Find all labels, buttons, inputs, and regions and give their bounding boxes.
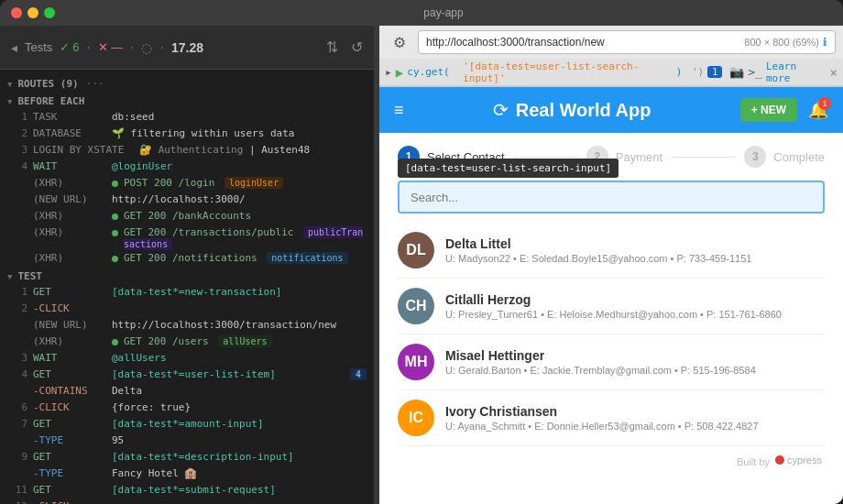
footer-built-by: Built by — [737, 456, 770, 467]
list-item: (XHR) GET 200 /users allUsers — [0, 334, 374, 351]
reload-button[interactable]: ↺ — [351, 38, 363, 56]
selector-tooltip: [data-test=user-list-search-input] — [398, 159, 619, 178]
contact-name: Misael Hettinger — [445, 348, 825, 363]
cmd-bar-close[interactable]: × — [830, 65, 838, 80]
step-line-1 — [514, 157, 577, 158]
window-title: pay-app — [55, 6, 832, 19]
list-item: (XHR) GET 200 /bankAccounts — [0, 209, 374, 225]
viewport-size: 800 × 800 (69%) — [744, 37, 819, 48]
camera-icon[interactable]: 📷 — [729, 65, 744, 79]
right-panel: ⚙ http://localhost:3000/transaction/new … — [379, 26, 843, 504]
contact-details: U: Gerald.Barton • E: Jackie.Tremblay@gm… — [445, 365, 825, 376]
contact-info: Delta Littel U: Madyson22 • E: Soledad.B… — [445, 236, 825, 264]
separator3: · — [159, 39, 163, 56]
logo-text: Real World App — [516, 100, 651, 121]
contact-name: Delta Littel — [445, 236, 825, 251]
list-item[interactable]: DL Delta Littel U: Madyson22 • E: Soleda… — [398, 223, 825, 279]
left-panel: ◂ Tests ✓ 6 · ✕ — · ◌ · 17.28 ⇅ ↺ — [0, 26, 374, 504]
avatar: MH — [398, 344, 434, 380]
maximize-button[interactable] — [44, 7, 55, 18]
terminal-icon[interactable]: >_ — [748, 65, 762, 79]
cmd-bar-badge: 1 — [707, 66, 722, 78]
separator: · — [87, 39, 91, 56]
traffic-lights — [11, 7, 55, 18]
elapsed-time: 17.28 — [171, 40, 203, 55]
contact-name: Ivory Christiansen — [445, 404, 825, 419]
url-bar[interactable]: http://localhost:3000/transaction/new 80… — [418, 30, 836, 54]
pass-number: 6 — [72, 40, 79, 54]
app-logo: ⟳ Real World App — [415, 99, 729, 121]
list-item: 4 GET [data-test*=user-list-item] 4 — [0, 367, 374, 384]
list-item: (NEW URL) http://localhost:3000/transact… — [0, 318, 374, 334]
info-icon[interactable]: ℹ — [823, 36, 827, 49]
avatar: IC — [398, 400, 434, 436]
list-item: 9 GET [data-test*=description-input] — [0, 450, 374, 466]
test-content: ▼ ROUTES (9) ··· ▼ BEFORE EACH 1 TASK db… — [0, 70, 374, 504]
step-line-2 — [672, 157, 735, 158]
test-label: TEST — [17, 270, 42, 282]
cypress-logo: cypress — [773, 454, 828, 469]
list-item: 4 WAIT @loginUser — [0, 159, 374, 176]
logo-icon: ⟳ — [493, 99, 509, 121]
learn-more-link[interactable]: Learn more — [766, 60, 823, 84]
step-3-label: Complete — [773, 150, 825, 164]
list-item[interactable]: CH Citlalli Herzog U: Presley_Turner61 •… — [398, 279, 825, 334]
test-arrow: ▼ — [7, 272, 12, 281]
contact-info: Citlalli Herzog U: Presley_Turner61 • E:… — [445, 292, 825, 320]
close-button[interactable] — [11, 7, 22, 18]
step-2-label: Payment — [616, 150, 662, 164]
list-item: 3 WAIT @allUsers — [0, 351, 374, 367]
search-container: [data-test=user-list-search-input] — [398, 181, 825, 214]
list-item: 3 LOGIN BY XSTATE 🔐 Authenticating | Aus… — [0, 143, 374, 159]
list-item[interactable]: MH Misael Hettinger U: Gerald.Barton • E… — [398, 334, 825, 390]
pass-icon: ✓ — [60, 40, 70, 54]
spinner-icon: ◌ — [141, 40, 152, 55]
cmd-bar-icons: 📷 >_ — [729, 65, 762, 79]
list-item: -TYPE 95 — [0, 433, 374, 450]
contact-details: U: Madyson22 • E: Soledad.Boyle15@yahoo.… — [445, 253, 825, 264]
routes-section-header: ▼ ROUTES (9) ··· — [0, 75, 374, 93]
list-item: -TYPE Fancy Hotel 🏨 — [0, 466, 374, 483]
user-search-input[interactable] — [398, 181, 825, 214]
cmd-bar-selector: cy.get( — [407, 66, 449, 78]
list-item: 2 -CLICK — [0, 301, 374, 318]
contact-details: U: Ayana_Schmitt • E: Donnie.Heller53@gm… — [445, 421, 825, 432]
svg-point-0 — [775, 455, 784, 465]
hamburger-icon[interactable]: ≡ — [394, 101, 404, 120]
list-item: 2 DATABASE 🌱 filtering within users data — [0, 126, 374, 143]
fail-icon: ✕ — [98, 40, 108, 54]
browser-top: ⚙ http://localhost:3000/transaction/new … — [379, 26, 843, 59]
command-bar: ▸ ▶ cy.get( '[data-test=user-list-search… — [379, 59, 843, 86]
main-content: ◂ Tests ✓ 6 · ✕ — · ◌ · 17.28 ⇅ ↺ — [0, 26, 843, 504]
list-item: -CONTAINS Delta — [0, 384, 374, 400]
contact-info: Ivory Christiansen U: Ayana_Schmitt • E:… — [445, 404, 825, 432]
list-item[interactable]: IC Ivory Christiansen U: Ayana_Schmitt •… — [398, 390, 825, 446]
new-transaction-button[interactable]: + NEW — [740, 98, 797, 122]
list-item: 1 GET [data-test*=new-transaction] — [0, 285, 374, 301]
fail-count: ✕ — — [98, 40, 123, 54]
contact-list: DL Delta Littel U: Madyson22 • E: Soleda… — [379, 223, 843, 446]
separator2: · — [130, 39, 134, 56]
titlebar: pay-app — [0, 0, 843, 26]
pass-count: ✓ 6 — [60, 40, 79, 54]
cmd-bar-play[interactable]: ▶ — [396, 65, 403, 80]
before-each-header: ▼ BEFORE EACH — [0, 93, 374, 110]
routes-dots: ··· — [86, 78, 104, 90]
list-item: (XHR) POST 200 /login loginUser — [0, 176, 374, 192]
cmd-bar-expand[interactable]: ▸ — [385, 65, 392, 79]
minimize-button[interactable] — [27, 7, 38, 18]
list-item: (NEW URL) http://localhost:3000/ — [0, 192, 374, 209]
browser-settings-icon[interactable]: ⚙ — [387, 29, 412, 55]
contact-info: Misael Hettinger U: Gerald.Barton • E: J… — [445, 348, 825, 376]
sort-icon[interactable]: ⇅ — [326, 38, 338, 56]
list-item: 6 -CLICK {force: true} — [0, 400, 374, 417]
before-each-label: BEFORE EACH — [17, 95, 84, 107]
back-button[interactable]: ◂ — [11, 40, 17, 55]
notification-badge: 1 — [818, 97, 831, 110]
app-footer: Built by cypress — [379, 446, 843, 477]
url-text: http://localhost:3000/transaction/new — [426, 36, 740, 49]
fail-number: — — [111, 40, 123, 54]
notification-button[interactable]: 🔔 1 — [808, 100, 828, 120]
contact-name: Citlalli Herzog — [445, 292, 825, 307]
list-item: 7 GET [data-test*=amount-input] — [0, 417, 374, 433]
